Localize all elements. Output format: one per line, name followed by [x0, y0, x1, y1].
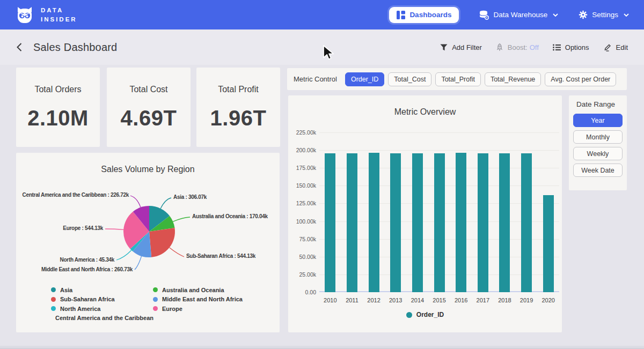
bar-column — [385, 153, 407, 292]
legend-column: Australia and OceaniaMiddle East and Nor… — [153, 285, 243, 323]
legend-column: AsiaSub-Saharan AfricaNorth AmericaCentr… — [51, 285, 153, 323]
owl-logo-icon — [15, 5, 34, 25]
bar-column — [363, 153, 385, 292]
metric-option-total-cost[interactable]: Total_Cost — [388, 72, 431, 86]
chevron-down-icon — [553, 13, 558, 17]
pie-leader-line — [160, 198, 171, 209]
bar-2013[interactable] — [390, 153, 401, 292]
legend-item-north-america[interactable]: North America — [51, 304, 153, 314]
legend-dot — [153, 297, 158, 302]
bar-column — [450, 153, 472, 292]
nav-settings-label: Settings — [592, 11, 618, 19]
bar-2016[interactable] — [456, 153, 466, 292]
pie-leader-line — [105, 229, 123, 229]
x-tick-label: 2013 — [385, 297, 407, 303]
logo[interactable]: DATA INSIDER — [15, 5, 77, 25]
legend-dot — [51, 297, 56, 302]
y-tick-label: 175.00k — [292, 165, 316, 171]
bar-column — [428, 153, 450, 292]
legend-item-middle-east-and-north-africa[interactable]: Middle East and North Africa — [153, 295, 243, 305]
pie-callout-middle-east-and-north-africa: Middle East and North Africa : 260.73k — [41, 266, 133, 272]
y-tick-label: 75.00k — [292, 236, 316, 242]
y-tick-label: 150.00k — [292, 182, 316, 189]
bar-column — [341, 153, 363, 292]
metric-control-label: Metric Control — [294, 75, 337, 83]
bar-chart-title: Metric Overview — [288, 107, 562, 117]
bar-chart-y-axis: 0.0025.00k50.00k75.00k100.00k125.00k150.… — [292, 132, 316, 292]
back-icon[interactable] — [16, 42, 23, 52]
pie-chart-legend: AsiaSub-Saharan AfricaNorth AmericaCentr… — [51, 285, 243, 323]
bar-2019[interactable] — [521, 153, 532, 292]
pie-slice-sub-saharan-africa[interactable] — [149, 228, 175, 257]
kpi-label: Total Profit — [218, 85, 259, 94]
options-label: Options — [565, 43, 589, 51]
filter-icon — [440, 44, 448, 51]
pie-callout-australia-and-oceania: Australia and Oceania : 170.04k — [192, 213, 268, 219]
metric-option-total-revenue[interactable]: Total_Revenue — [485, 72, 541, 86]
chevron-down-icon — [624, 13, 629, 17]
add-filter-button[interactable]: Add Filter — [440, 43, 482, 51]
nav-settings-menu[interactable]: Settings — [579, 10, 629, 19]
legend-item-australia-and-oceania[interactable]: Australia and Oceania — [153, 285, 243, 295]
kpi-card-total-orders: Total Orders 2.10M — [16, 68, 100, 147]
date-range-option-weekly[interactable]: Weekly — [573, 147, 623, 160]
nav-dashboards-button[interactable]: Dashboards — [389, 7, 459, 23]
metric-control-options: Order_IDTotal_CostTotal_ProfitTotal_Reve… — [345, 72, 616, 86]
bar-2018[interactable] — [499, 153, 510, 292]
legend-label: Asia — [60, 287, 72, 293]
pie-callout-europe: Europe : 544.13k — [63, 225, 103, 231]
bottom-scrollbar-track[interactable] — [0, 346, 644, 349]
page-title: Sales Dashboard — [33, 41, 117, 54]
nav-data-warehouse-menu[interactable]: Data Warehouse — [479, 10, 558, 20]
legend-dot — [153, 306, 158, 311]
legend-item-central-america-and-the-caribbean[interactable]: Central America and the Caribbean — [51, 314, 153, 323]
legend-label: Australia and Oceania — [162, 287, 224, 293]
bar-2020[interactable] — [543, 195, 554, 292]
kpi-value: 4.69T — [121, 106, 177, 130]
metric-option-order-id[interactable]: Order_ID — [345, 72, 384, 86]
x-tick-label: 2016 — [450, 297, 472, 303]
bar-2011[interactable] — [347, 153, 357, 292]
mouse-cursor — [323, 45, 336, 61]
boost-toggle[interactable]: Boost: Off — [496, 43, 539, 51]
options-button[interactable]: Options — [553, 43, 589, 51]
add-filter-label: Add Filter — [452, 43, 482, 51]
gear-icon — [579, 10, 588, 19]
kpi-card-total-profit: Total Profit 1.96T — [196, 68, 280, 147]
legend-item-europe[interactable]: Europe — [153, 304, 243, 314]
logo-text-line2: INSIDER — [41, 15, 77, 24]
pie-callout-central-america-and-the-caribbean: Central America and the Caribbean : 226.… — [23, 192, 129, 198]
page-header: Sales Dashboard Add Filter Boost: Off — [0, 29, 644, 65]
edit-button[interactable]: Edit — [603, 43, 628, 51]
date-range-option-week-date[interactable]: Week Date — [573, 164, 623, 177]
bar-2014[interactable] — [412, 153, 423, 292]
pie-leader-line — [173, 217, 190, 221]
pie-leader-line — [170, 248, 184, 257]
x-tick-label: 2014 — [407, 297, 429, 303]
dashboards-icon — [397, 11, 405, 19]
kpi-label: Total Cost — [129, 85, 167, 94]
bar-2010[interactable] — [325, 153, 335, 292]
bar-column — [494, 153, 516, 292]
bar-2012[interactable] — [369, 153, 379, 292]
x-tick-label: 2015 — [428, 297, 450, 303]
metric-option-total-profit[interactable]: Total_Profit — [435, 72, 481, 86]
date-range-option-monthly[interactable]: Monthly — [573, 130, 623, 144]
date-range-option-year[interactable]: Year — [573, 114, 623, 127]
bar-2015[interactable] — [434, 153, 445, 292]
date-range-options: YearMonthlyWeeklyWeek Date — [573, 114, 623, 177]
pie-chart-title: Sales Volume by Region — [16, 165, 280, 174]
y-tick-label: 25.00k — [292, 271, 316, 278]
x-tick-label: 2010 — [319, 297, 341, 303]
pie-chart-area: Asia : 306.07kAustralia and Oceania : 17… — [16, 182, 280, 284]
bar-chart-legend[interactable]: Order_ID — [288, 311, 562, 318]
bar-column — [537, 195, 559, 292]
legend-item-sub-saharan-africa[interactable]: Sub-Saharan Africa — [51, 295, 153, 305]
bar-column — [472, 153, 494, 292]
legend-item-asia[interactable]: Asia — [51, 285, 153, 295]
x-tick-label: 2019 — [516, 297, 538, 303]
pie-leader-line — [116, 250, 131, 260]
bar-2017[interactable] — [478, 153, 488, 292]
bar-column — [407, 153, 429, 292]
metric-option-avg-cost-per-order[interactable]: Avg. Cost per Order — [545, 72, 616, 86]
